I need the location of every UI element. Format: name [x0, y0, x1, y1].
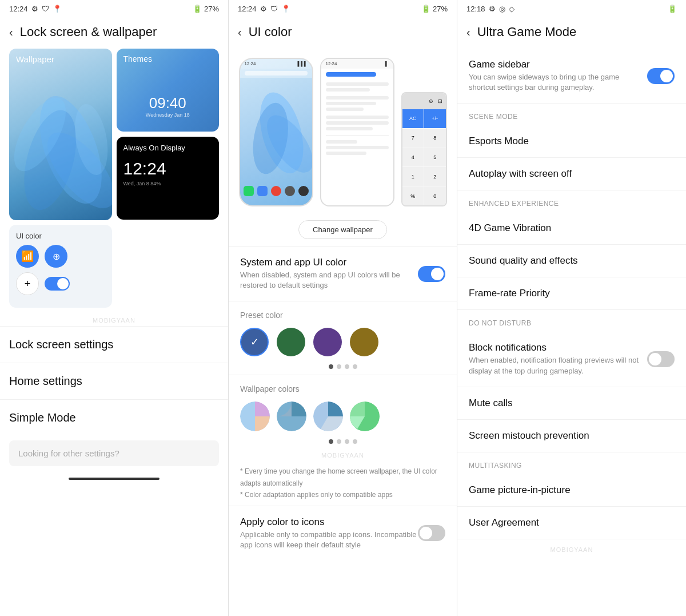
battery-2: 🔋 27% — [421, 5, 448, 13]
dot-2 — [345, 364, 349, 369]
apply-icons-row[interactable]: Apply color to icons Applicable only to … — [229, 506, 457, 561]
game-sidebar-row[interactable]: Game sidebar You can swipe sideways to b… — [457, 49, 686, 104]
home-settings-item[interactable]: Home settings — [0, 363, 228, 399]
phone-preview-area: 12:24▌▌▌ 12:24▌ — [229, 49, 457, 216]
search-bar[interactable]: Looking for other settings? — [9, 440, 219, 466]
sound-quality-row[interactable]: Sound quality and effects — [457, 245, 686, 277]
wallpaper-grid: Wallpaper Themes 09:40 Wednesday Jan 18 … — [0, 49, 228, 308]
status-left-2: 12:24 ⚙ 🛡 📍 — [238, 5, 290, 13]
w-dot-2 — [345, 439, 349, 444]
watermark-1: MOBIGYAAN — [0, 317, 228, 324]
footer-note-1: * Every time you change the home screen … — [240, 466, 445, 489]
game-pip-row[interactable]: Game picture-in-picture — [457, 474, 686, 507]
bluetooth-icon: ⊕ — [45, 245, 67, 268]
battery-icon-1: 🔋 — [193, 5, 202, 13]
aod-time: 12:24 — [123, 159, 213, 178]
screen-mistouch-row[interactable]: Screen mistouch prevention — [457, 420, 686, 452]
phone-mock-3: ⊙⊡ AC +/- 7 8 4 5 1 2 % 0 — [401, 92, 447, 206]
status-bar-2: 12:24 ⚙ 🛡 📍 🔋 27% — [229, 0, 457, 18]
header-3: ‹ Ultra Game Mode — [457, 18, 686, 49]
time-1: 12:24 — [9, 5, 28, 13]
header-1: ‹ Lock screen & wallpaper — [0, 18, 228, 49]
status-bar-3: 12:18 ⚙ ◎ ◇ 🔋 — [457, 0, 686, 18]
preset-colors-row: ✓ — [229, 322, 457, 362]
game-pip-title: Game picture-in-picture — [469, 484, 571, 496]
simple-mode-label: Simple Mode — [9, 411, 76, 424]
watermark-3: MOBIGYAAN — [457, 546, 686, 553]
ui-color-card[interactable]: UI color 📶 ⊕ + — [9, 225, 112, 308]
location-icon-3: ◇ — [509, 5, 514, 13]
wifi-icon: 📶 — [16, 245, 39, 268]
wallpaper-color-4[interactable] — [350, 402, 380, 431]
aod-card[interactable]: Always On Display 12:24 Wed, Jan 8 84% — [117, 137, 220, 220]
wallpaper-color-3[interactable] — [313, 402, 343, 431]
gear-icon-1: ⚙ — [31, 5, 38, 13]
footer-notes: * Every time you change the home screen … — [229, 461, 457, 505]
frame-rate-row[interactable]: Frame-rate Priority — [457, 277, 686, 310]
lock-screen-settings-item[interactable]: Lock screen settings — [0, 326, 228, 363]
4d-vibration-title: 4D Game Vibration — [469, 222, 551, 234]
wallpaper-color-2[interactable] — [277, 402, 306, 431]
preset-color-2[interactable] — [277, 328, 305, 356]
toggle-dot-2 — [420, 527, 432, 539]
back-button-3[interactable]: ‹ — [466, 26, 470, 39]
page-title-3: Ultra Game Mode — [477, 25, 577, 39]
apply-icons-subtitle: Applicable only to compatible app icons.… — [240, 530, 418, 550]
shield-icon-2: 🛡 — [270, 5, 278, 13]
themes-label: Themes — [123, 54, 153, 63]
user-agreement-row[interactable]: User Agreement — [457, 507, 686, 539]
home-settings-label: Home settings — [9, 375, 82, 387]
location-icon-1: 📍 — [53, 5, 62, 13]
game-sidebar-subtitle: You can swipe sideways to bring up the g… — [469, 72, 640, 93]
back-button-1[interactable]: ‹ — [9, 26, 13, 39]
wallpaper-card-main[interactable]: Wallpaper — [9, 49, 112, 220]
status-left-3: 12:18 ⚙ ◎ ◇ — [466, 5, 514, 13]
phone-app-icons — [240, 186, 312, 196]
game-sidebar-toggle[interactable] — [647, 68, 675, 84]
plus-icon[interactable]: + — [16, 272, 39, 295]
system-ui-color-subtitle: When disabled, system and app UI colors … — [240, 270, 418, 291]
toggle-dot-3 — [660, 70, 673, 82]
system-ui-color-row[interactable]: System and app UI color When disabled, s… — [229, 247, 457, 301]
preset-color-label: Preset color — [229, 301, 457, 322]
time-3: 12:18 — [466, 5, 485, 13]
block-notifications-toggle[interactable] — [647, 351, 675, 367]
esports-mode-row[interactable]: Esports Mode — [457, 125, 686, 158]
apply-icons-toggle[interactable] — [418, 525, 445, 541]
gear-icon-3: ⚙ — [489, 5, 496, 13]
scene-mode-label: SCENE MODE — [457, 104, 686, 125]
phone-mock-1: 12:24▌▌▌ — [239, 58, 313, 206]
multitasking-label: MULTITASKING — [457, 452, 686, 474]
block-notifications-row[interactable]: Block notifications When enabled, notifi… — [457, 332, 686, 387]
preset-color-3[interactable] — [313, 328, 342, 356]
preset-color-1[interactable]: ✓ — [240, 328, 269, 356]
mute-calls-row[interactable]: Mute calls — [457, 387, 686, 420]
preset-color-4[interactable] — [350, 328, 378, 356]
change-wallpaper-button[interactable]: Change wallpaper — [298, 220, 387, 239]
esports-mode-title: Esports Mode — [469, 136, 529, 147]
watermark-2: MOBIGYAAN — [229, 452, 457, 459]
aod-date: Wed, Jan 8 84% — [123, 181, 213, 186]
themes-card[interactable]: Themes 09:40 Wednesday Jan 18 — [117, 49, 220, 132]
screen-mistouch-title: Screen mistouch prevention — [469, 430, 589, 442]
block-notifications-subtitle: When enabled, notification floating prev… — [469, 355, 640, 376]
ui-toggle[interactable] — [45, 277, 70, 291]
w-dot-active — [329, 439, 333, 444]
sound-quality-title: Sound quality and effects — [469, 255, 578, 267]
back-button-2[interactable]: ‹ — [238, 26, 242, 39]
change-wallpaper-area: Change wallpaper — [229, 216, 457, 246]
simple-mode-item[interactable]: Simple Mode — [0, 399, 228, 436]
time-2: 12:24 — [238, 5, 257, 13]
block-notifications-title: Block notifications — [469, 342, 640, 353]
status-bar-1: 12:24 ⚙ 🛡 📍 🔋 27% — [0, 0, 228, 18]
apply-icons-title: Apply color to icons — [240, 516, 418, 528]
autoplay-row[interactable]: Autoplay with screen off — [457, 158, 686, 190]
wallpaper-color-1[interactable] — [240, 402, 270, 431]
battery-3: 🔋 — [668, 5, 677, 13]
4d-vibration-row[interactable]: 4D Game Vibration — [457, 212, 686, 245]
system-ui-color-toggle[interactable] — [418, 266, 445, 282]
page-title-2: UI color — [249, 25, 292, 39]
phone-status-2: 12:24▌ — [321, 59, 393, 69]
dot-active — [329, 364, 333, 369]
enhanced-exp-label: ENHANCED EXPERIENCE — [457, 190, 686, 212]
